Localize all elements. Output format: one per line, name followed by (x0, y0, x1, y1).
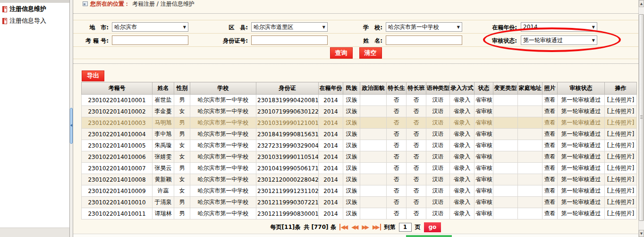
vertical-scrollbar[interactable]: ▲ ▼ (638, 0, 644, 237)
photo-view-link[interactable]: 查看 (542, 197, 558, 208)
cell-gender: 男 (174, 208, 190, 219)
photo-view-link[interactable]: 查看 (542, 129, 558, 140)
cell-school: 哈尔滨市第一中学校 (190, 117, 256, 129)
cell-audit-status: 第一轮审核通过 (558, 197, 605, 208)
cell-home-address (518, 208, 542, 219)
cell-exam-id: 2301022014010008 (82, 174, 153, 185)
upload-photo-link[interactable]: [上传照片] (605, 185, 637, 197)
id-card-input[interactable] (251, 35, 328, 45)
district-select[interactable]: 哈尔滨市道里区 ▼ (251, 22, 328, 32)
last-page-icon[interactable]: ▶▶ (373, 224, 381, 230)
scroll-down-icon[interactable]: ▼ (639, 230, 644, 237)
enrollment-year-select[interactable]: 2014 ▼ (521, 22, 597, 32)
table-row[interactable]: 2301022014010010 于清泉 男 哈尔滨市第一中学校 2301211… (82, 197, 637, 208)
first-page-icon[interactable]: ◀◀ (339, 224, 348, 230)
cell-entry-method: 省录入 (450, 140, 475, 151)
scroll-up-icon[interactable]: ▲ (639, 0, 644, 7)
table-row[interactable]: 2301022014010009 许蕊 女 哈尔滨市第一中学校 23012119… (82, 185, 637, 197)
upload-photo-link[interactable]: [上传照片] (605, 151, 637, 163)
photo-view-link[interactable]: 查看 (542, 185, 558, 197)
cell-year: 2014 (319, 140, 343, 151)
photo-view-link[interactable]: 查看 (542, 151, 558, 163)
goto-page-label: 到第 (384, 223, 396, 231)
cell-change-type (493, 174, 518, 185)
photo-view-link[interactable]: 查看 (542, 163, 558, 174)
chevron-down-icon: ▼ (592, 38, 595, 43)
table-row[interactable]: 2301022014010001 崔世盐 男 哈尔滨市第一中学校 2301831… (82, 95, 637, 106)
cell-gender: 男 (174, 95, 190, 106)
photo-view-link[interactable]: 查看 (542, 117, 558, 129)
upload-photo-link[interactable]: [上传照片] (605, 208, 637, 219)
export-button[interactable]: 导出 (82, 70, 104, 81)
table-row[interactable]: 2301022014010004 李中旭 男 哈尔滨市第一中学校 2301841… (82, 129, 637, 140)
table-row[interactable]: 2301022014010008 黄新颖 女 哈尔滨市第一中学校 2301212… (82, 174, 637, 185)
cell-school: 哈尔滨市第一中学校 (190, 197, 256, 208)
green-progress-bar (406, 235, 452, 237)
page-number-input[interactable] (399, 223, 412, 232)
cell-gender: 男 (174, 129, 190, 140)
cell-entry-method: 省录入 (450, 163, 475, 174)
document-icon (2, 6, 7, 12)
cell-status: 省审核 (475, 140, 493, 151)
clear-button[interactable]: 清空 (359, 47, 382, 59)
sidebar-item-registration-import[interactable]: 注册信息导入 (0, 15, 69, 26)
table-row[interactable]: 2301022014010002 李金蔓 女 哈尔滨市第一中学校 2301071… (82, 106, 637, 117)
go-button[interactable]: go (424, 222, 441, 232)
collapse-sidebar-handle[interactable] (70, 108, 73, 144)
cell-home-address (518, 95, 542, 106)
table-row[interactable]: 2301022014010011 谭瑞林 男 哈尔滨市第一中学校 2301211… (82, 208, 637, 219)
cell-special-student: 否 (387, 151, 407, 163)
cell-name: 李金蔓 (153, 106, 174, 117)
audit-status-select[interactable]: 第一轮审核通过 ▼ (521, 35, 597, 45)
cell-status: 省审核 (475, 106, 493, 117)
photo-view-link[interactable]: 查看 (542, 174, 558, 185)
photo-view-link[interactable]: 查看 (542, 106, 558, 117)
cell-gender: 女 (174, 140, 190, 151)
city-select[interactable]: 哈尔滨市 ▼ (112, 22, 188, 32)
photo-view-link[interactable]: 查看 (542, 208, 558, 219)
table-row[interactable]: 2301022014010005 朱禹璇 女 哈尔滨市第一中学校 2327231… (82, 140, 637, 151)
upload-photo-link[interactable]: [上传照片] (605, 140, 637, 151)
cell-home-address (518, 129, 542, 140)
cell-name: 张昊云 (153, 163, 174, 174)
cell-special-class: 否 (407, 129, 426, 140)
cell-name: 黄新颖 (153, 174, 174, 185)
upload-photo-link[interactable]: [上传照片] (605, 117, 637, 129)
photo-view-link[interactable]: 查看 (542, 95, 558, 106)
table-row[interactable]: 2301022014010003 马明旭 男 哈尔滨市第一中学校 2301031… (82, 117, 637, 129)
table-row[interactable]: 2301022014010006 张婧雯 女 哈尔滨市第一中学校 2301031… (82, 151, 637, 163)
upload-photo-link[interactable]: [上传照片] (605, 129, 637, 140)
cell-gender: 女 (174, 106, 190, 117)
divider (73, 63, 638, 64)
cell-exam-id: 2301022014010010 (82, 197, 153, 208)
exam-id-input[interactable] (112, 35, 188, 45)
query-button[interactable]: 查询 (330, 47, 353, 59)
cell-special-student: 否 (387, 208, 407, 219)
cell-gender: 女 (174, 185, 190, 197)
cell-entry-method: 省录入 (450, 197, 475, 208)
upload-photo-link[interactable]: [上传照片] (605, 106, 637, 117)
col-special-class: 特长班 (407, 82, 426, 95)
next-page-icon[interactable]: ▶▶ (362, 224, 369, 230)
name-input[interactable] (386, 35, 462, 45)
upload-photo-link[interactable]: [上传照片] (605, 95, 637, 106)
photo-view-link[interactable]: 查看 (542, 140, 558, 151)
cell-entry-method: 省录入 (450, 151, 475, 163)
cell-change-type (493, 208, 518, 219)
sidebar-item-registration-maintenance[interactable]: 注册信息维护 (0, 3, 69, 15)
cell-change-type (493, 163, 518, 174)
upload-photo-link[interactable]: [上传照片] (605, 197, 637, 208)
table-row[interactable]: 2301022014010007 张昊云 男 哈尔滨市第一中学校 2301041… (82, 163, 637, 174)
upload-photo-link[interactable]: [上传照片] (605, 174, 637, 185)
col-year: 在籍年份 (319, 82, 343, 95)
cell-school: 哈尔滨市第一中学校 (190, 163, 256, 174)
prev-page-icon[interactable]: ◀◀ (351, 224, 358, 230)
cell-ethnicity: 汉族 (343, 163, 360, 174)
school-select[interactable]: 哈尔滨市第一中学校 ▼ (386, 22, 462, 32)
cell-id-card: 230103199901210012 (256, 117, 319, 129)
cell-political (360, 117, 387, 129)
location-icon (83, 1, 88, 6)
records-table: 考籍号 姓名 性别 学校 身份证 在籍年份 民族 政治面貌 特长生 特长班 语种… (81, 82, 637, 219)
upload-photo-link[interactable]: [上传照片] (605, 163, 637, 174)
scrollbar-thumb[interactable] (639, 14, 644, 221)
